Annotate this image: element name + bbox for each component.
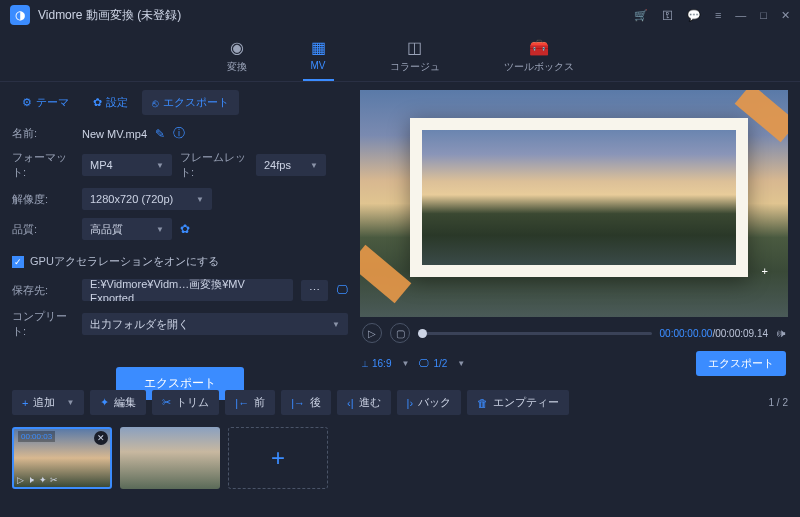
info-icon[interactable]: ⓘ — [173, 125, 185, 142]
framelet-label: フレームレット: — [180, 150, 248, 180]
remove-clip-icon[interactable]: ✕ — [94, 431, 108, 445]
add-clip-placeholder[interactable]: + — [228, 427, 328, 489]
gpu-row[interactable]: ✓ GPUアクセラレーションをオンにする — [12, 254, 348, 269]
name-label: 名前: — [12, 126, 74, 141]
nav-label: コラージュ — [390, 60, 440, 74]
subtab-settings[interactable]: ✿ 設定 — [83, 90, 138, 115]
maximize-icon[interactable]: □ — [760, 9, 767, 22]
next-clip-button[interactable]: |→後 — [281, 390, 331, 415]
nav-label: MV — [311, 60, 326, 71]
back-icon: |› — [407, 397, 414, 409]
name-value: New MV.mp4 — [82, 128, 147, 140]
close-icon[interactable]: ✕ — [781, 9, 790, 22]
export-icon: ⎋ — [152, 97, 159, 109]
forward-button[interactable]: ‹|進む — [337, 390, 391, 415]
star-icon[interactable]: ✦ — [39, 475, 47, 485]
cut-icon[interactable]: ✂ — [50, 475, 58, 485]
playback-controls: ▷ ▢ 00:00:00.00/00:00:09.14 🕪 — [360, 317, 788, 349]
format-label: フォーマット: — [12, 150, 74, 180]
add-clip-button[interactable]: +追加▼ — [12, 390, 84, 415]
gpu-label: GPUアクセラレーションをオンにする — [30, 254, 219, 269]
caret-icon: ▼ — [156, 161, 164, 170]
nav-collage[interactable]: ◫ コラージュ — [382, 30, 448, 81]
complete-label: コンプリート: — [12, 309, 74, 339]
nav-label: ツールボックス — [504, 60, 574, 74]
caret-icon: ▼ — [156, 225, 164, 234]
progress-bar[interactable] — [418, 332, 652, 335]
open-folder-icon[interactable]: 🖵 — [336, 283, 348, 297]
preview-video[interactable]: + — [360, 90, 788, 317]
minimize-icon[interactable]: — — [735, 9, 746, 22]
scissors-icon: ✂ — [162, 396, 171, 409]
edit-clip-button[interactable]: ✦編集 — [90, 390, 146, 415]
nav-toolbox[interactable]: 🧰 ツールボックス — [496, 30, 582, 81]
prev-icon: |← — [235, 397, 249, 409]
saveto-label: 保存先: — [12, 283, 74, 298]
complete-select[interactable]: 出力フォルダを開く ▼ — [82, 313, 348, 335]
app-logo: ◑ — [10, 5, 30, 25]
trim-clip-button[interactable]: ✂トリム — [152, 390, 219, 415]
complete-value: 出力フォルダを開く — [90, 317, 189, 332]
settings-panel: ⚙ テーマ ✿ 設定 ⎋ エクスポート 名前: New MV.mp4 ✎ ⓘ フ… — [0, 82, 360, 382]
quality-select[interactable]: 高品質 ▼ — [82, 218, 172, 240]
complete-row: コンプリート: 出力フォルダを開く ▼ — [12, 309, 348, 339]
caret-icon: ▼ — [66, 398, 74, 407]
nav-convert[interactable]: ◉ 変換 — [219, 30, 255, 81]
clip-thumbnail[interactable]: 00:00:03 ✕ ▷ 🕨 ✦ ✂ — [12, 427, 112, 489]
top-nav: ◉ 変換 ▦ MV ◫ コラージュ 🧰 ツールボックス — [0, 30, 800, 82]
aspect-select[interactable]: ⟂ 16:9 ▼ — [362, 358, 409, 369]
preview-image — [422, 130, 736, 265]
collage-icon: ◫ — [407, 38, 422, 57]
key-icon[interactable]: ⚿ — [662, 9, 673, 22]
nav-mv[interactable]: ▦ MV — [303, 30, 334, 81]
stop-button[interactable]: ▢ — [390, 323, 410, 343]
cart-icon[interactable]: 🛒 — [634, 9, 648, 22]
mute-icon[interactable]: 🕨 — [27, 475, 36, 485]
saveto-path[interactable]: E:¥Vidmore¥Vidm…画変換¥MV Exported — [82, 279, 293, 301]
timeline: 00:00:03 ✕ ▷ 🕨 ✦ ✂ + — [0, 423, 800, 499]
format-select[interactable]: MP4 ▼ — [82, 154, 172, 176]
play-button[interactable]: ▷ — [362, 323, 382, 343]
play-icon[interactable]: ▷ — [17, 475, 24, 485]
scale-value: 1/2 — [433, 358, 447, 369]
mv-icon: ▦ — [311, 38, 326, 57]
caret-icon: ▼ — [401, 359, 409, 368]
saveto-value: E:¥Vidmore¥Vidm…画変換¥MV Exported — [90, 279, 285, 301]
gpu-checkbox[interactable]: ✓ — [12, 256, 24, 268]
aspect-value: 16:9 — [372, 358, 391, 369]
time-display: 00:00:00.00/00:00:09.14 — [660, 328, 768, 339]
volume-icon[interactable]: 🕪 — [776, 328, 786, 339]
clip-duration: 00:00:03 — [18, 431, 55, 442]
clip-actions: ▷ 🕨 ✦ ✂ — [17, 475, 58, 485]
main-area: ⚙ テーマ ✿ 設定 ⎋ エクスポート 名前: New MV.mp4 ✎ ⓘ フ… — [0, 82, 800, 382]
current-time: 00:00:00.00 — [660, 328, 713, 339]
subtabs: ⚙ テーマ ✿ 設定 ⎋ エクスポート — [12, 90, 348, 115]
resolution-select[interactable]: 1280x720 (720p) ▼ — [82, 188, 212, 210]
convert-icon: ◉ — [230, 38, 244, 57]
page-indicator: 1 / 2 — [769, 397, 788, 408]
chat-icon[interactable]: 💬 — [687, 9, 701, 22]
add-marker-icon[interactable]: + — [762, 265, 768, 277]
framelet-select[interactable]: 24fps ▼ — [256, 154, 326, 176]
subtab-export[interactable]: ⎋ エクスポート — [142, 90, 239, 115]
browse-button[interactable]: ⋯ — [301, 280, 328, 301]
caret-icon: ▼ — [457, 359, 465, 368]
prev-clip-button[interactable]: |←前 — [225, 390, 275, 415]
quality-value: 高品質 — [90, 222, 123, 237]
gear-icon: ✿ — [93, 96, 102, 109]
preview-export-button[interactable]: エクスポート — [696, 351, 786, 376]
edit-name-icon[interactable]: ✎ — [155, 127, 165, 141]
caret-icon: ▼ — [332, 320, 340, 329]
empty-button[interactable]: 🗑エンプティー — [467, 390, 569, 415]
format-row: フォーマット: MP4 ▼ フレームレット: 24fps ▼ — [12, 150, 348, 180]
menu-icon[interactable]: ≡ — [715, 9, 721, 22]
window-buttons: 🛒 ⚿ 💬 ≡ — □ ✕ — [634, 9, 790, 22]
caret-icon: ▼ — [310, 161, 318, 170]
subtab-theme[interactable]: ⚙ テーマ — [12, 90, 79, 115]
quality-settings-icon[interactable]: ✿ — [180, 222, 190, 236]
preview-panel: + ▷ ▢ 00:00:00.00/00:00:09.14 🕪 ⟂ 16:9 ▼… — [360, 82, 800, 382]
clip-thumbnail[interactable] — [120, 427, 220, 489]
back-button[interactable]: |›バック — [397, 390, 462, 415]
saveto-row: 保存先: E:¥Vidmore¥Vidm…画変換¥MV Exported ⋯ 🖵 — [12, 279, 348, 301]
scale-select[interactable]: 🖵 1/2 ▼ — [419, 358, 465, 369]
